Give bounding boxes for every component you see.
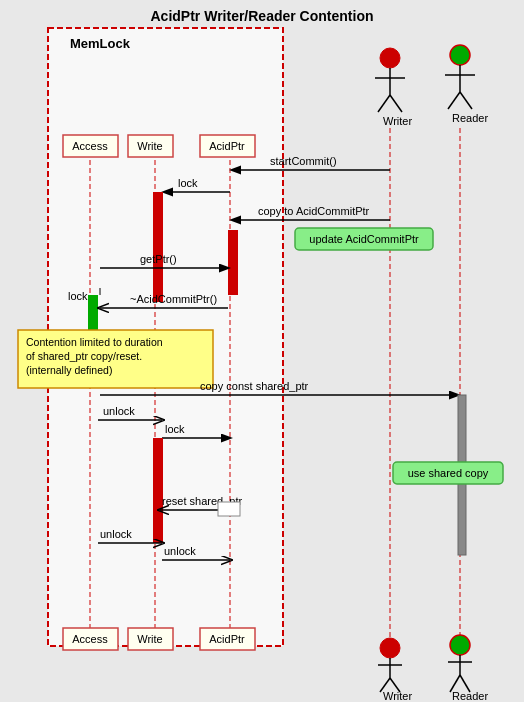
svg-line-9 [448, 92, 460, 109]
msg-unlock1: unlock [103, 405, 135, 417]
msg-lock3: lock [165, 423, 185, 435]
access-box-bottom: Access [72, 633, 108, 645]
msg-getptr: getPtr() [140, 253, 177, 265]
svg-point-48 [450, 635, 470, 655]
svg-point-1 [380, 48, 400, 68]
acidptr-box-bottom: AcidPtr [209, 633, 245, 645]
svg-rect-24 [228, 230, 238, 295]
svg-rect-37 [218, 502, 240, 516]
svg-rect-34 [153, 438, 163, 543]
msg-unlock2: unlock [100, 528, 132, 540]
acidptr-box-top: AcidPtr [209, 140, 245, 152]
reader-label-bottom: Reader [452, 690, 488, 702]
note-text-line3: (internally defined) [26, 364, 112, 376]
note-text-line1: Contention limited to duration [26, 336, 163, 348]
write-box-bottom: Write [137, 633, 162, 645]
writer-label-bottom: Writer [383, 690, 412, 702]
msg-destruct: ~AcidCommitPtr() [130, 293, 217, 305]
msg-lock1: lock [178, 177, 198, 189]
sequence-diagram: MemLock Writer Reader Access Write [0, 0, 524, 702]
svg-point-43 [380, 638, 400, 658]
write-box-top: Write [137, 140, 162, 152]
msg-use-shared: use shared copy [408, 467, 489, 479]
memlock-label: MemLock [70, 36, 131, 51]
reader-label-top: Reader [452, 112, 488, 124]
msg-update-acid: update AcidCommitPtr [309, 233, 419, 245]
diagram-container: AcidPtr Writer/Reader Contention MemLock… [0, 0, 524, 702]
svg-rect-21 [153, 192, 163, 302]
svg-line-4 [378, 95, 390, 112]
svg-point-6 [450, 45, 470, 65]
writer-label-top: Writer [383, 115, 412, 127]
msg-unlock3: unlock [164, 545, 196, 557]
msg-copy-const: copy const shared_ptr [200, 380, 309, 392]
svg-line-10 [460, 92, 472, 109]
access-box-top: Access [72, 140, 108, 152]
msg-lock2: lock [68, 290, 88, 302]
msg-copy-acid: copy to AcidCommitPtr [258, 205, 370, 217]
note-text-line2: of shared_ptr copy/reset. [26, 350, 142, 362]
msg-startcommit: startCommit() [270, 155, 337, 167]
svg-line-5 [390, 95, 402, 112]
